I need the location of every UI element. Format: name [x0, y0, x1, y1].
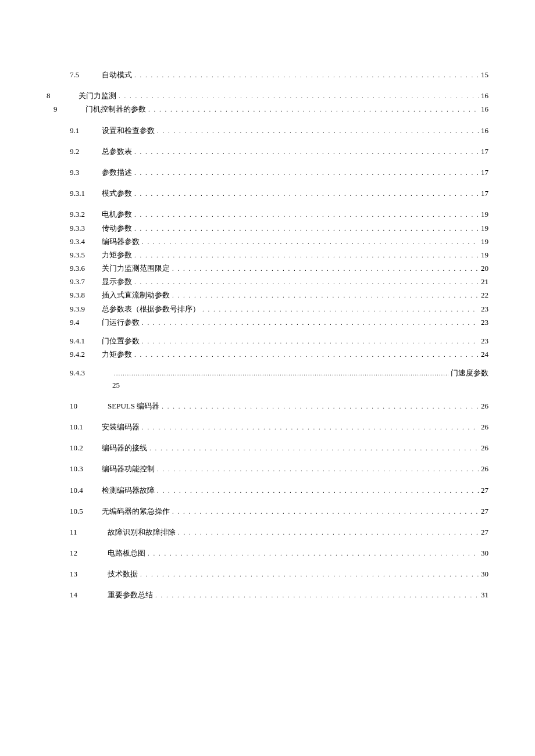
toc-page-number: 24 [481, 349, 488, 360]
toc-page-number: 16 [481, 104, 488, 114]
toc-entry: 10.4检测编码器故障27 [47, 485, 488, 496]
toc-leader-dots [134, 169, 479, 177]
toc-leader-dots [134, 71, 479, 80]
toc-leader-dots [119, 92, 479, 101]
toc-entry: 10.3编码器功能控制26 [47, 464, 488, 474]
toc-leader-dots [148, 549, 479, 558]
toc-entry: 9门机控制器的参数 16 [47, 104, 488, 114]
toc-number: 12 [70, 548, 108, 558]
toc-title: 检测编码器故障 [102, 485, 155, 496]
toc-number: 13 [70, 569, 108, 579]
toc-page-number: 16 [481, 126, 488, 136]
toc-leader-dots [178, 528, 479, 537]
toc-title: 故障识别和故障排除 [108, 527, 176, 538]
toc-entry: 9.3.3传动参数 19 [47, 223, 488, 234]
toc-leader-dots [202, 305, 479, 314]
toc-number: 9.3 [70, 167, 102, 178]
toc-title: 设置和检查参数 [102, 126, 155, 136]
toc-leader-dots [134, 148, 479, 156]
toc-leader-dots [140, 570, 479, 579]
toc-leader-dots [157, 127, 479, 135]
toc-title: 编码器参数 [102, 237, 140, 247]
toc-title: 传动参数 [102, 223, 132, 234]
toc-title: 门位置参数 [102, 336, 140, 346]
toc-page-number: 25 [47, 380, 488, 390]
toc-entry: 8关门力监测 16 [47, 91, 488, 101]
toc-title: 编码器的接线 [102, 443, 147, 453]
toc-number: 10.5 [70, 506, 102, 517]
toc-leader-dots [157, 486, 479, 495]
toc-title: 关门力监测 [79, 91, 116, 101]
toc-number: 9.1 [70, 126, 102, 136]
toc-number: 9.4.3 [70, 368, 112, 378]
toc-page-number: 27 [481, 506, 488, 517]
toc-title: 安装编码器 [102, 422, 140, 432]
toc-title: 关门力监测范围限定 [102, 263, 170, 274]
toc-number: 9.3.4 [70, 237, 102, 247]
toc-entry: 9.3参数描述17 [47, 167, 488, 178]
toc-page-number: 17 [481, 188, 488, 199]
toc-entry: 9.4门运行参数23 [47, 317, 488, 328]
toc-leader-dots [142, 238, 479, 246]
toc-entry: 11故障识别和故障排除27 [47, 527, 488, 538]
toc-entry: 10.1安装编码器26 [47, 422, 488, 432]
toc-entry: 9.2总参数表17 [47, 146, 488, 157]
toc-page-number: 26 [481, 422, 488, 432]
toc-number: 9.3.9 [70, 304, 102, 314]
toc-number: 8 [47, 91, 79, 101]
toc-page-number: 26 [481, 401, 488, 411]
toc-leader-dots [142, 337, 479, 346]
toc-title: 重要参数总结 [108, 590, 153, 600]
toc-title: 显示参数 [102, 277, 132, 287]
toc-title: 参数描述 [102, 167, 132, 178]
toc-number: 10.1 [70, 422, 102, 432]
toc-number: 11 [70, 527, 108, 538]
toc-leader-dots [114, 369, 448, 378]
toc-page-number: 20 [481, 263, 488, 274]
toc-number: 14 [70, 590, 108, 600]
toc-entry: 9.3.5力矩参数 19 [47, 250, 488, 260]
toc-number: 9.4.2 [70, 349, 102, 360]
toc-number: 9 [54, 104, 85, 114]
toc-leader-dots [155, 591, 479, 600]
toc-page-number: 17 [481, 167, 488, 178]
toc-page-number: 15 [481, 70, 488, 80]
toc-title: 门机控制器的参数 [85, 104, 146, 114]
toc-title: 电机参数 [102, 209, 132, 220]
toc-number: 9.3.7 [70, 277, 102, 287]
toc-title: 自动模式 [102, 70, 132, 80]
toc-entry: 9.3.4编码器参数 19 [47, 237, 488, 247]
toc-leader-dots [148, 105, 479, 114]
toc-entry: 9.4.1 门位置参数23 [47, 336, 488, 346]
toc-entry: 9.3.9总参数表（根据参数号排序） 23 [47, 304, 488, 314]
toc-leader-dots [134, 251, 479, 260]
toc-page-number: 26 [481, 443, 488, 453]
toc-number: 9.4.1 [70, 336, 102, 346]
toc-page-number: 27 [481, 485, 488, 496]
toc-entry: 12电路板总图30 [47, 548, 488, 558]
toc-title: 力矩参数 [102, 250, 132, 260]
toc-entry: 9.3.6关门力监测范围限定 20 [47, 263, 488, 274]
toc-leader-dots [172, 507, 479, 516]
toc-page-number: 23 [481, 304, 488, 314]
table-of-contents: 7.5自动模式158关门力监测 169门机控制器的参数 169.1设置和检查参数… [47, 70, 488, 601]
toc-number: 10.4 [70, 485, 102, 496]
toc-entry-9.4.3: 9.4.3 门速度参数 [47, 368, 488, 378]
toc-title: 力矩参数 [102, 349, 132, 360]
toc-entry: 9.1设置和检查参数16 [47, 126, 488, 136]
toc-title: 插入式直流制动参数 [102, 290, 170, 300]
toc-entry: 9.4.2 力矩参数24 [47, 349, 488, 360]
toc-entry: 10.2编码器的接线26 [47, 443, 488, 453]
toc-number: 9.3.6 [70, 263, 102, 274]
toc-page-number: 19 [481, 223, 488, 234]
toc-title: SEPULS 编码器 [108, 401, 159, 411]
toc-leader-dots [157, 465, 479, 474]
toc-page-number: 26 [481, 464, 488, 474]
toc-number: 9.4 [70, 317, 102, 328]
toc-leader-dots [134, 210, 479, 219]
toc-leader-dots [134, 224, 479, 233]
toc-title: 电路板总图 [108, 548, 145, 558]
toc-number: 9.3.5 [70, 250, 102, 260]
toc-page-number: 19 [481, 237, 488, 247]
toc-number: 10.3 [70, 464, 102, 474]
